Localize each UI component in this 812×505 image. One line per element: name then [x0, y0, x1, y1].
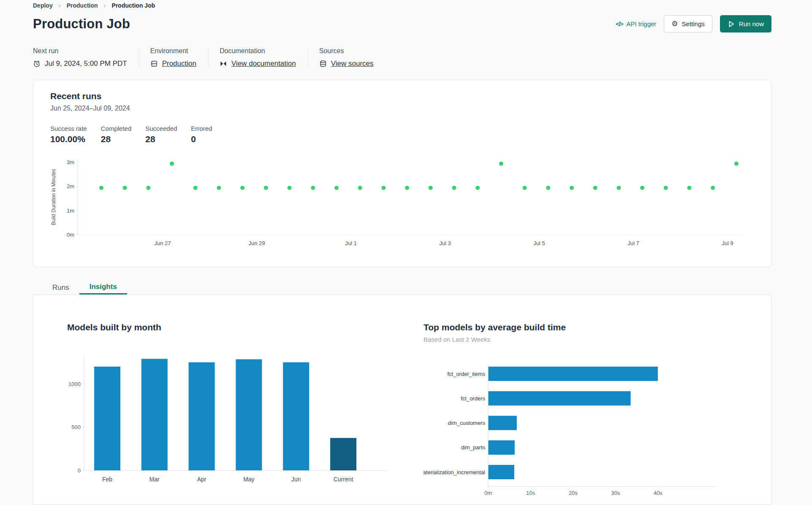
sources-label: Sources: [319, 47, 374, 55]
svg-text:fct_orders: fct_orders: [461, 395, 485, 402]
settings-label: Settings: [682, 20, 705, 27]
svg-text:materialization_incremental: materialization_incremental: [424, 469, 485, 475]
documentation-section: Documentation View documentation: [208, 47, 308, 68]
svg-text:1m: 1m: [67, 208, 74, 214]
chevron-right-icon: ›: [104, 2, 106, 9]
recent-runs-stats: Success rate 100.00% Completed 28 Succee…: [50, 125, 754, 144]
svg-text:Jun 29: Jun 29: [248, 240, 265, 246]
svg-text:fct_order_items: fct_order_items: [447, 371, 485, 377]
alarm-clock-icon: [33, 60, 41, 68]
chevron-right-icon: ›: [59, 2, 61, 9]
page-header: Production Job </> API trigger ⚙ Setting…: [33, 15, 771, 32]
svg-text:Feb: Feb: [102, 476, 112, 483]
svg-text:Jul 5: Jul 5: [533, 240, 545, 246]
top-models-build-time-chart: Top models by average build time Based o…: [424, 322, 728, 497]
svg-text:1000: 1000: [68, 381, 81, 387]
breadcrumb-production[interactable]: Production: [67, 2, 98, 9]
view-documentation-link[interactable]: View documentation: [231, 59, 296, 68]
top-models-title: Top models by average build time: [424, 322, 728, 333]
stat-errored: Errored 0: [191, 125, 212, 144]
svg-text:0: 0: [78, 467, 81, 474]
environment-label: Environment: [150, 47, 196, 55]
environment-link[interactable]: Production: [162, 59, 196, 68]
environment-icon: [150, 60, 158, 68]
tab-insights[interactable]: Insights: [79, 281, 127, 294]
next-run-section: Next run Jul 9, 2024, 5:00 PM PDT: [33, 47, 139, 68]
stat-success-rate: Success rate 100.00%: [50, 125, 87, 144]
sources-section: Sources View sources: [308, 47, 386, 68]
top-models-subtitle: Based on Last 2 Weeks: [424, 335, 728, 344]
models-built-by-month-chart: Models built by month 05001000FebMarAprM…: [67, 322, 392, 489]
header-actions: </> API trigger ⚙ Settings Run now: [616, 15, 771, 32]
svg-text:Jul 7: Jul 7: [627, 240, 639, 246]
svg-text:Mar: Mar: [149, 476, 160, 483]
docs-icon: [220, 60, 227, 68]
svg-text:3m: 3m: [67, 159, 74, 165]
svg-text:0m: 0m: [484, 490, 492, 496]
breadcrumb: Deploy › Production › Production Job: [33, 2, 155, 9]
gear-icon: ⚙: [671, 20, 678, 27]
run-now-button[interactable]: Run now: [720, 15, 771, 32]
recent-runs-card: Recent runs Jun 25, 2024–Jul 09, 2024 Su…: [33, 80, 771, 267]
page-title: Production Job: [33, 16, 130, 32]
code-icon: </>: [616, 21, 623, 27]
job-detail-section: Runs Insights Models built by month 0500…: [33, 281, 771, 505]
insights-panel: Models built by month 05001000FebMarAprM…: [33, 295, 771, 505]
svg-text:Jun: Jun: [291, 476, 301, 483]
svg-text:dim_parts: dim_parts: [461, 444, 486, 451]
svg-text:Jul 9: Jul 9: [722, 240, 733, 246]
api-trigger-link[interactable]: </> API trigger: [616, 20, 656, 27]
models-built-title: Models built by month: [67, 322, 392, 333]
recent-runs-title: Recent runs: [50, 91, 754, 101]
svg-text:May: May: [243, 476, 254, 483]
svg-text:20s: 20s: [569, 490, 578, 496]
svg-text:500: 500: [71, 424, 81, 430]
svg-text:Jul 1: Jul 1: [345, 240, 356, 246]
svg-text:2m: 2m: [67, 183, 74, 189]
svg-text:Jun 27: Jun 27: [154, 240, 171, 246]
documentation-label: Documentation: [220, 47, 296, 55]
svg-text:Current: Current: [334, 476, 353, 483]
tab-bar: Runs Insights: [33, 281, 771, 295]
svg-text:0m: 0m: [67, 232, 74, 238]
environment-section: Environment Production: [139, 47, 208, 68]
run-now-label: Run now: [739, 20, 764, 27]
tab-runs[interactable]: Runs: [42, 281, 79, 294]
play-icon: [728, 20, 735, 28]
svg-text:30s: 30s: [611, 490, 620, 496]
next-run-value: Jul 9, 2024, 5:00 PM PDT: [45, 59, 127, 68]
next-run-label: Next run: [33, 47, 127, 55]
recent-runs-date-range: Jun 25, 2024–Jul 09, 2024: [50, 105, 754, 112]
api-trigger-label: API trigger: [626, 20, 656, 27]
database-icon: [319, 60, 327, 68]
svg-text:40s: 40s: [654, 490, 663, 496]
stat-completed: Completed 28: [101, 125, 132, 144]
stat-succeeded: Succeeded 28: [145, 125, 177, 144]
build-duration-scatter-chart: 0m1m2m3mBuild Duration in MinutesJun 27J…: [43, 157, 760, 254]
job-info-bar: Next run Jul 9, 2024, 5:00 PM PDT Enviro…: [33, 47, 386, 68]
svg-text:dim_customers: dim_customers: [448, 420, 486, 426]
view-sources-link[interactable]: View sources: [331, 59, 374, 68]
svg-text:Apr: Apr: [197, 476, 206, 483]
breadcrumb-deploy[interactable]: Deploy: [33, 2, 53, 9]
svg-text:10s: 10s: [526, 490, 535, 496]
breadcrumb-current-page: Production Job: [112, 2, 155, 9]
svg-text:Build Duration in Minutes: Build Duration in Minutes: [51, 169, 57, 225]
svg-text:Jul 3: Jul 3: [439, 240, 451, 246]
settings-button[interactable]: ⚙ Settings: [664, 15, 712, 32]
